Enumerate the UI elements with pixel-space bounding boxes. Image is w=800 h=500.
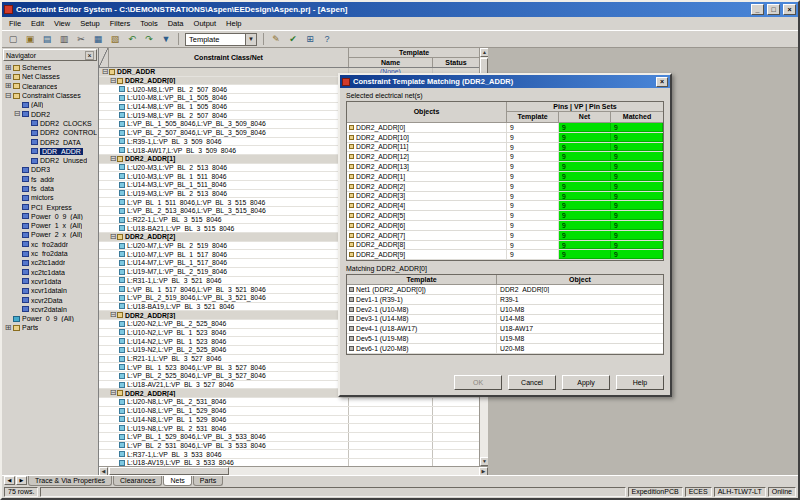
open-icon[interactable]: ▣ — [22, 32, 38, 46]
tree-item-power-0-9-all[interactable]: Power_0_9_(All) — [2, 212, 98, 221]
dialog-net-row[interactable]: DDR2_ADDR[6]999 — [347, 221, 663, 231]
tree-item-power-1-x-all[interactable]: Power_1_x_(All) — [2, 221, 98, 230]
copy-icon[interactable]: ▦ — [90, 32, 106, 46]
net-row[interactable]: L:U14-N8,L:VP_BL_1_529_8046 — [99, 416, 479, 425]
net-row[interactable]: L:VP_BL_1_529_8046,L:VP_BL_3_533_8046 — [99, 433, 479, 442]
tree-item-power-2-x-all[interactable]: Power_2_x_(All) — [2, 230, 98, 239]
dialog-net-row[interactable]: DDR2_ADDR[13]999 — [347, 162, 663, 172]
maximize-button[interactable]: □ — [767, 4, 780, 15]
expander-icon[interactable]: ⊟ — [109, 389, 117, 397]
expander-icon[interactable]: ⊞ — [4, 82, 12, 90]
dialog-match-row[interactable]: Dev4-1 (U18-AW17)U18-AW17 — [347, 324, 663, 334]
net-row[interactable]: L:R37-1,L:VP_BL_3_533_8046 — [99, 450, 479, 459]
tree-item-power-0-9-all[interactable]: Power_0_9_(All) — [2, 314, 98, 323]
expander-icon[interactable]: ⊟ — [109, 155, 117, 163]
dialog-net-row[interactable]: DDR2_ADDR[1]999 — [347, 172, 663, 182]
edit-template-icon[interactable]: ✎ — [268, 32, 284, 46]
dialog-match-row[interactable]: Dev2-1 (U10-M8)U10-M8 — [347, 305, 663, 315]
net-row[interactable]: L:U20-N8,L:VP_BL_2_531_8046 — [99, 398, 479, 407]
horizontal-scrollbar[interactable]: ◀ ▶ — [99, 466, 488, 475]
undo-icon[interactable]: ↶ — [124, 32, 140, 46]
tab-nets[interactable]: Nets — [163, 476, 191, 486]
menu-item-view[interactable]: View — [49, 18, 75, 29]
dialog-match-row[interactable]: Dev6-1 (U20-M8)U20-M8 — [347, 344, 663, 354]
menu-item-file[interactable]: File — [4, 18, 26, 29]
minimize-button[interactable]: _ — [751, 4, 764, 15]
dialog-match-row[interactable]: Dev3-1 (U14-M8)U14-M8 — [347, 315, 663, 325]
dialog-net-row[interactable]: DDR2_ADDR[8]999 — [347, 241, 663, 251]
cut-icon[interactable]: ✂ — [73, 32, 89, 46]
tree-item-ddr2-data[interactable]: DDR2_DATA — [2, 137, 98, 146]
close-button[interactable]: × — [783, 4, 796, 15]
expander-icon[interactable]: ⊟ — [13, 110, 21, 118]
dialog-net-row[interactable]: DDR2_ADDR[5]999 — [347, 211, 663, 221]
tree-item-parts[interactable]: ⊞Parts — [2, 323, 98, 332]
net-row[interactable]: L:U19-N8,L:VP_BL_2_531_8046 — [99, 424, 479, 433]
menu-item-filters[interactable]: Filters — [105, 18, 135, 29]
net-row[interactable]: L:U18-AV19,L:VP_BL_3_533_8046 — [99, 459, 479, 466]
expander-icon[interactable]: ⊟ — [109, 77, 117, 85]
filter-icon[interactable]: ▼ — [158, 32, 174, 46]
tree-item-fs-addr[interactable]: fs_addr — [2, 175, 98, 184]
dialog-net-row[interactable]: DDR2_ADDR[10]999 — [347, 133, 663, 143]
chevron-down-icon[interactable]: ▼ — [245, 34, 256, 45]
menu-item-help[interactable]: Help — [221, 18, 246, 29]
tree-item-xc-fro2addr[interactable]: xc_fro2addr — [2, 240, 98, 249]
tree-item-constraint-classes[interactable]: ⊟Constraint Classes — [2, 91, 98, 100]
apply-button[interactable]: Apply — [562, 375, 610, 390]
ok-button[interactable]: OK — [454, 375, 502, 390]
menu-item-data[interactable]: Data — [163, 18, 189, 29]
tree-item-xc2tc1addr[interactable]: xc2tc1addr — [2, 258, 98, 267]
tab-scroll-left-icon[interactable]: ◀ — [4, 476, 15, 485]
tree-item-schemes[interactable]: ⊞Schemes — [2, 63, 98, 72]
dialog-match-row[interactable]: Dev1-1 (R39-1)R39-1 — [347, 295, 663, 305]
dialog-net-row[interactable]: DDR2_ADDR[12]999 — [347, 152, 663, 162]
dialog-net-row[interactable]: DDR2_ADDR[7]999 — [347, 231, 663, 241]
dialog-net-row[interactable]: DDR2_ADDR[0]999 — [347, 123, 663, 133]
tree-item-pci-express[interactable]: PCI_Express — [2, 202, 98, 211]
expander-icon[interactable]: ⊟ — [109, 311, 117, 319]
tab-parts[interactable]: Parts — [193, 476, 223, 486]
template-group-header[interactable]: Template — [349, 48, 479, 58]
expander-icon[interactable]: ⊟ — [4, 92, 12, 100]
tree-item-mictors[interactable]: mictors — [2, 193, 98, 202]
tree-item-clearances[interactable]: ⊞Clearances — [2, 82, 98, 91]
tree-item-xc2tc1data[interactable]: xc2tc1data — [2, 268, 98, 277]
print-icon[interactable]: ▥ — [56, 32, 72, 46]
dialog-close-icon[interactable]: × — [656, 77, 668, 87]
grid-icon[interactable]: ⊞ — [302, 32, 318, 46]
dialog-net-row[interactable]: DDR2_ADDR[4]999 — [347, 201, 663, 211]
menu-item-output[interactable]: Output — [189, 18, 222, 29]
net-row[interactable]: L:U10-N8,L:VP_BL_1_529_8046 — [99, 407, 479, 416]
dialog-net-row[interactable]: DDR2_ADDR[9]999 — [347, 250, 663, 260]
expander-icon[interactable]: ⊟ — [109, 233, 117, 241]
dialog-net-row[interactable]: DDR2_ADDR[2]999 — [347, 182, 663, 192]
new-icon[interactable]: ▢ — [5, 32, 21, 46]
status-column-header[interactable]: Status — [433, 58, 479, 67]
dialog-net-row[interactable]: DDR2_ADDR[3]999 — [347, 192, 663, 202]
check-template-icon[interactable]: ✔ — [285, 32, 301, 46]
redo-icon[interactable]: ↷ — [141, 32, 157, 46]
help-button[interactable]: Help — [616, 375, 664, 390]
tree-item-ddr2-unused[interactable]: DDR2_Unused — [2, 156, 98, 165]
tree-item-xcvr2data[interactable]: xcvr2Data — [2, 295, 98, 304]
tree-item-xcvr2dataln[interactable]: xcvr2dataln — [2, 305, 98, 314]
tree-item-xcvr1dataln[interactable]: xcvr1dataln — [2, 286, 98, 295]
menu-item-tools[interactable]: Tools — [135, 18, 163, 29]
net-row[interactable]: L:VP_BL_2_531_8046,L:VP_BL_3_533_8046 — [99, 442, 479, 451]
tree-item-ddr2[interactable]: ⊟DDR2 — [2, 109, 98, 118]
expander-icon[interactable]: ⊞ — [4, 324, 12, 332]
tree-item-xc-fro2data[interactable]: xc_fro2data — [2, 249, 98, 258]
net-column-header[interactable]: Constraint Class/Net — [109, 48, 349, 67]
expander-icon[interactable]: ⊟ — [101, 68, 109, 76]
expander-icon[interactable]: ⊞ — [4, 64, 12, 72]
tree-item-fs-data[interactable]: fs_data — [2, 184, 98, 193]
tab-scroll-right-icon[interactable]: ▶ — [16, 476, 27, 485]
save-icon[interactable]: ▤ — [39, 32, 55, 46]
menu-item-edit[interactable]: Edit — [26, 18, 49, 29]
paste-icon[interactable]: ▧ — [107, 32, 123, 46]
template-combo[interactable]: Template ▼ — [185, 33, 257, 46]
horizontal-scroll-thumb[interactable] — [109, 467, 229, 475]
expander-icon[interactable]: ⊞ — [4, 73, 12, 81]
tab-trace-via-properties[interactable]: Trace & Via Properties — [28, 476, 112, 486]
